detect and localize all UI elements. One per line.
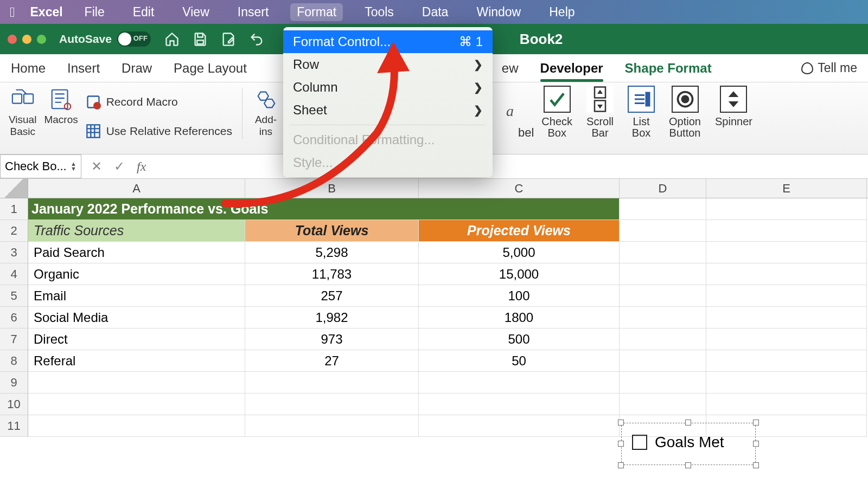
cell[interactable]: [620, 394, 706, 415]
cell[interactable]: 1800: [419, 307, 620, 328]
row-header[interactable]: 1: [0, 198, 28, 220]
menu-tools[interactable]: Tools: [358, 3, 400, 21]
save-as-icon[interactable]: [220, 31, 237, 47]
undo-icon[interactable]: [248, 31, 265, 47]
cell-header-a[interactable]: Traffic Sources: [28, 220, 245, 242]
cell[interactable]: [706, 350, 867, 372]
menu-item-column[interactable]: Column❯: [283, 76, 493, 99]
visual-basic-button[interactable]: Visual Basic: [9, 86, 36, 138]
cell[interactable]: 5,000: [419, 242, 620, 263]
cancel-formula-icon[interactable]: ✕: [91, 159, 102, 174]
cell[interactable]: Referal: [28, 350, 245, 372]
cell[interactable]: 5,298: [245, 242, 419, 263]
cell[interactable]: 11,783: [245, 263, 419, 285]
tab-developer[interactable]: Developer: [540, 61, 603, 76]
cell[interactable]: [706, 394, 867, 415]
resize-handle[interactable]: [618, 420, 624, 425]
menu-help[interactable]: Help: [542, 3, 581, 21]
row-header[interactable]: 10: [0, 394, 28, 415]
cell[interactable]: Paid Search: [28, 242, 245, 263]
row-header[interactable]: 9: [0, 372, 28, 394]
cell[interactable]: [245, 372, 419, 394]
cell[interactable]: Organic: [28, 263, 245, 285]
menu-format[interactable]: Format: [290, 3, 343, 21]
cell[interactable]: [706, 307, 867, 328]
row-header[interactable]: 7: [0, 328, 28, 350]
col-header-a[interactable]: A: [28, 179, 245, 198]
cell-header-b[interactable]: Total Views: [245, 220, 419, 242]
cell[interactable]: [620, 263, 706, 285]
cell-header-c[interactable]: Projected Views: [419, 220, 620, 242]
resize-handle[interactable]: [753, 441, 759, 447]
cell[interactable]: [706, 372, 867, 394]
resize-handle[interactable]: [685, 462, 691, 468]
option-button-control[interactable]: Option Button: [669, 86, 701, 139]
cell[interactable]: [620, 242, 706, 263]
tab-shape-format[interactable]: Shape Format: [625, 61, 712, 76]
checkbox-icon[interactable]: [632, 435, 647, 450]
menu-item-format-control[interactable]: Format Control... ⌘ 1: [283, 30, 493, 53]
resize-handle[interactable]: [618, 462, 624, 468]
cell[interactable]: [620, 307, 706, 328]
formula-input[interactable]: [156, 154, 868, 178]
col-header-b[interactable]: B: [245, 179, 419, 198]
checkbox-control-button[interactable]: Check Box: [541, 86, 572, 139]
cell-title[interactable]: January 2022 Performance vs. Goals: [28, 198, 620, 220]
cell[interactable]: Email: [28, 285, 245, 307]
tab-draw[interactable]: Draw: [122, 61, 152, 76]
col-header-d[interactable]: D: [620, 179, 706, 198]
apple-icon[interactable]: : [10, 4, 15, 21]
cell[interactable]: [706, 263, 867, 285]
col-header-c[interactable]: C: [419, 179, 620, 198]
cell[interactable]: Direct: [28, 328, 245, 350]
cell[interactable]: 100: [419, 285, 620, 307]
cell[interactable]: 27: [245, 350, 419, 372]
row-header[interactable]: 5: [0, 285, 28, 307]
cell[interactable]: 50: [419, 350, 620, 372]
menu-item-sheet[interactable]: Sheet❯: [283, 99, 493, 121]
name-box[interactable]: Check Bo... ▲▼: [0, 154, 81, 178]
scrollbar-control-button[interactable]: Scroll Bar: [586, 86, 614, 139]
listbox-control-button[interactable]: List Box: [628, 86, 655, 139]
cell[interactable]: 257: [245, 285, 419, 307]
cell[interactable]: [706, 220, 867, 242]
resize-handle[interactable]: [685, 420, 691, 425]
enter-formula-icon[interactable]: ✓: [114, 159, 125, 174]
addins-button[interactable]: Add- ins: [252, 86, 279, 152]
cell[interactable]: [419, 394, 620, 415]
row-header[interactable]: 8: [0, 350, 28, 372]
menu-edit[interactable]: Edit: [126, 3, 161, 21]
app-name[interactable]: Excel: [30, 5, 63, 20]
cell[interactable]: [28, 415, 245, 437]
tab-home[interactable]: Home: [11, 61, 46, 76]
cell[interactable]: 500: [419, 328, 620, 350]
row-header[interactable]: 6: [0, 307, 28, 328]
cell[interactable]: [28, 394, 245, 415]
autosave-toggle[interactable]: OFF: [117, 31, 151, 47]
fx-icon[interactable]: fx: [137, 159, 146, 174]
select-all-corner[interactable]: [0, 179, 28, 198]
cell[interactable]: [706, 242, 867, 263]
cell[interactable]: 1,982: [245, 307, 419, 328]
menu-data[interactable]: Data: [416, 3, 455, 21]
cell[interactable]: [245, 394, 419, 415]
cell[interactable]: Social Media: [28, 307, 245, 328]
checkbox-form-control[interactable]: Goals Met: [621, 423, 756, 465]
cell[interactable]: [620, 285, 706, 307]
cell[interactable]: [419, 372, 620, 394]
row-header[interactable]: 4: [0, 263, 28, 285]
save-icon[interactable]: [192, 31, 208, 47]
resize-handle[interactable]: [753, 420, 759, 425]
close-window-icon[interactable]: [8, 35, 17, 44]
menu-window[interactable]: Window: [470, 3, 527, 21]
home-icon[interactable]: [164, 31, 180, 47]
menu-view[interactable]: View: [176, 3, 215, 21]
cell[interactable]: [706, 198, 867, 220]
cell[interactable]: [620, 198, 706, 220]
macros-button[interactable]: Macros: [44, 86, 78, 126]
minimize-window-icon[interactable]: [22, 35, 31, 44]
zoom-window-icon[interactable]: [37, 35, 46, 44]
record-macro-button[interactable]: Record Macro: [86, 91, 232, 113]
row-header[interactable]: 2: [0, 220, 28, 242]
cell[interactable]: [28, 372, 245, 394]
